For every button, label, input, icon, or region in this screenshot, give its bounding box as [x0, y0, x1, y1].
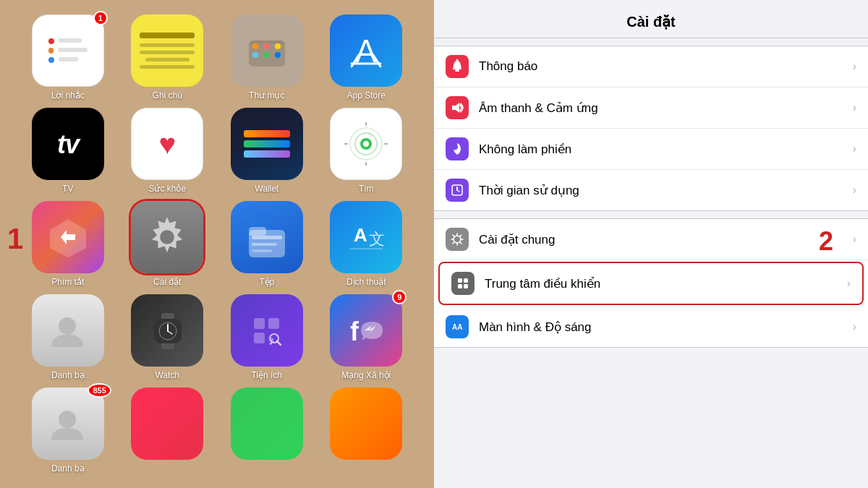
svg-point-7 — [252, 52, 258, 58]
app-reminders[interactable]: 1 Lời nhắc — [22, 14, 114, 100]
reminders-label: Lời nhắc — [51, 90, 85, 100]
folder-label: Thư mục — [249, 90, 284, 100]
app-partial-2[interactable] — [221, 388, 313, 474]
wallet-icon — [231, 108, 303, 180]
phone-contacts-label: Danh bạ — [51, 463, 85, 474]
settings-row-general[interactable]: Cài đặt chung › — [434, 219, 868, 260]
display-chevron: › — [853, 320, 856, 333]
app-translate[interactable]: A 文 Dịch thuật — [320, 201, 413, 287]
health-icon: ♥ — [131, 108, 203, 180]
svg-point-4 — [252, 43, 258, 49]
settings-row-display[interactable]: AA Màn hình & Độ sáng › — [434, 307, 868, 347]
app-utilities[interactable]: ♪ Tiện ích — [221, 294, 313, 380]
app-row-1: 1 Lời nhắc Ghi chú — [22, 14, 412, 100]
app-files[interactable]: Tệp — [221, 201, 313, 287]
app-wallet[interactable]: Wallet — [221, 108, 313, 194]
svg-point-20 — [160, 230, 174, 244]
settings-list: Thông báo › Âm thanh & Cảm ứng › — [434, 38, 868, 488]
svg-point-17 — [363, 141, 369, 147]
folder-icon — [231, 14, 303, 87]
files-label: Tệp — [259, 277, 274, 287]
files-icon — [231, 201, 303, 273]
svg-rect-24 — [252, 243, 277, 246]
findmy-label: Tìm — [359, 184, 374, 194]
app-row-4: Danh bạ Watch — [22, 294, 412, 380]
display-label: Màn hình & Độ sáng — [479, 320, 853, 335]
app-shortcuts[interactable]: Phím tắt — [22, 201, 114, 287]
control-center-chevron: › — [847, 277, 851, 290]
settings-row-sounds[interactable]: Âm thanh & Cảm ứng › — [434, 87, 868, 129]
partial-icon-2 — [231, 388, 303, 460]
partial-icon-1 — [131, 388, 203, 460]
app-folder[interactable]: Thư mục — [221, 14, 313, 100]
social-icon: 9 f — [330, 294, 402, 367]
svg-point-29 — [59, 317, 76, 335]
settings-page-title: Cài đặt — [448, 13, 854, 30]
app-row-2: tv TV ♥ Sức khỏe Wallet — [22, 108, 412, 194]
sounds-label: Âm thanh & Cảm ứng — [479, 100, 853, 116]
sounds-chevron: › — [853, 101, 856, 114]
health-label: Sức khỏe — [148, 184, 186, 194]
utilities-icon: ♪ — [231, 294, 303, 367]
translate-icon: A 文 — [330, 201, 402, 273]
findmy-icon — [330, 108, 402, 180]
svg-rect-23 — [252, 236, 282, 239]
app-contacts[interactable]: Danh bạ — [22, 294, 114, 380]
svg-rect-52 — [464, 278, 468, 283]
control-center-label: Trung tâm điều khiển — [485, 276, 847, 291]
dnd-chevron: › — [853, 142, 856, 155]
dnd-label: Không làm phiền — [479, 142, 853, 157]
svg-point-43 — [59, 411, 76, 428]
app-notes[interactable]: Ghi chú — [122, 14, 214, 100]
svg-point-5 — [263, 52, 269, 58]
app-row-5: 855 Danh bạ — [22, 388, 412, 474]
notes-icon — [131, 14, 203, 87]
tv-icon: tv — [32, 108, 104, 180]
app-findmy[interactable]: Tìm — [320, 108, 413, 194]
app-partial-3[interactable] — [320, 388, 413, 474]
app-row-3-container: Phím tắt Cài đặt — [22, 201, 412, 287]
appstore-label: App Store — [347, 90, 386, 100]
app-health[interactable]: ♥ Sức khỏe — [122, 108, 214, 194]
app-phone-contacts[interactable]: 855 Danh bạ — [22, 388, 114, 474]
settings-label: Cài đặt — [153, 277, 181, 287]
screentime-icon — [446, 179, 469, 202]
contacts-label: Danh bạ — [51, 370, 85, 380]
notifications-chevron: › — [853, 60, 856, 73]
notes-label: Ghi chú — [153, 90, 182, 100]
sounds-icon — [446, 96, 469, 119]
notifications-label: Thông báo — [479, 59, 853, 74]
svg-point-6 — [275, 52, 281, 58]
app-appstore[interactable]: A App Store — [320, 14, 413, 100]
settings-row-notifications[interactable]: Thông báo › — [434, 46, 868, 87]
svg-rect-37 — [268, 318, 279, 329]
app-tv[interactable]: tv TV — [22, 108, 114, 194]
svg-rect-51 — [458, 278, 462, 283]
utilities-label: Tiện ích — [251, 370, 282, 380]
settings-section-2: Cài đặt chung › 2 Trung tâm điều khiển › — [434, 218, 868, 348]
general-chevron: › — [853, 233, 856, 246]
app-partial-1[interactable] — [122, 388, 214, 474]
svg-marker-46 — [452, 103, 459, 113]
notifications-icon — [446, 55, 469, 78]
step-2-label: 2 — [819, 226, 833, 257]
app-social[interactable]: 9 f Mạng Xã hội — [320, 294, 413, 380]
svg-rect-53 — [458, 284, 462, 288]
svg-rect-25 — [252, 249, 272, 252]
app-row-3: Phím tắt Cài đặt — [22, 201, 412, 287]
watch-label: Watch — [155, 370, 179, 380]
display-icon: AA — [446, 315, 469, 338]
settings-row-screentime[interactable]: Thời gian sử dụng › — [434, 170, 868, 210]
settings-icon — [131, 201, 203, 273]
settings-row-control-center[interactable]: Trung tâm điều khiển › — [438, 262, 864, 305]
app-settings[interactable]: Cài đặt — [122, 201, 214, 287]
dnd-icon — [446, 137, 469, 160]
translate-label: Dịch thuật — [346, 277, 386, 287]
svg-point-3 — [275, 43, 281, 49]
svg-rect-39 — [254, 333, 265, 343]
reminders-badge: 1 — [93, 11, 108, 25]
settings-row-dnd[interactable]: Không làm phiền › — [434, 129, 868, 170]
app-watch[interactable]: Watch — [122, 294, 214, 380]
home-screen: 1 Lời nhắc Ghi chú — [0, 0, 434, 488]
settings-section-1: Thông báo › Âm thanh & Cảm ứng › — [434, 46, 868, 211]
